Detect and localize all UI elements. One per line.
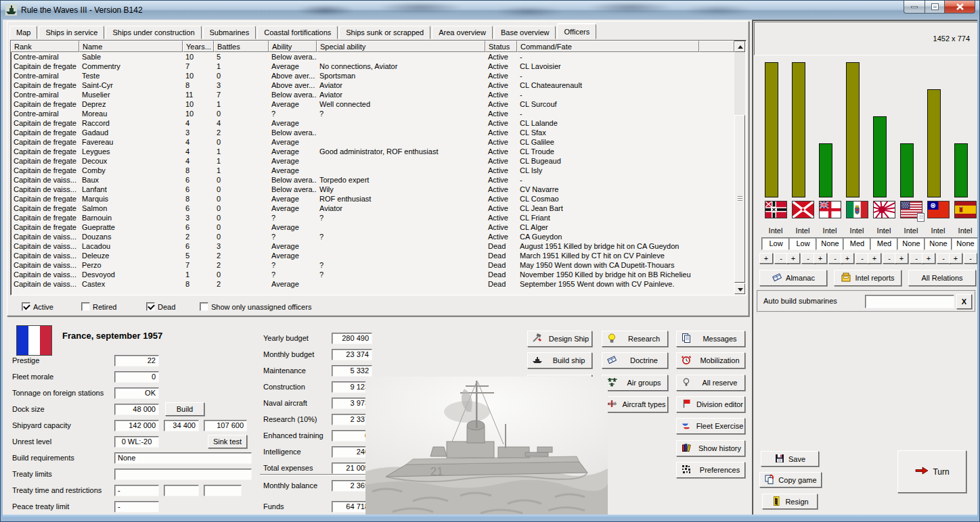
officer-row[interactable]: Contre-amiralSable105Below avera...Activ… xyxy=(11,52,734,62)
button-fleet-exercise[interactable]: Fleet Exercise xyxy=(676,418,745,434)
officer-row[interactable]: Capitain de vaiss...Deleuze52AverageDead… xyxy=(11,251,734,260)
intel-minus-button[interactable]: - xyxy=(828,253,842,264)
usa-flag-icon[interactable] xyxy=(900,201,922,218)
officer-row[interactable]: Capitain de fregateSaint-Cyr83Above aver… xyxy=(11,80,734,90)
intel-plus-button[interactable]: + xyxy=(868,253,881,264)
button-all-relations[interactable]: All Relations xyxy=(908,270,976,286)
officer-row[interactable]: Capitain de fregateLeygues41AverageGood … xyxy=(11,147,734,156)
intel-plus-button[interactable]: + xyxy=(814,253,827,264)
officer-row[interactable]: Capitain de fregateComby81AverageActiveC… xyxy=(11,166,734,175)
button-all-reserve[interactable]: All reserve xyxy=(676,375,745,391)
officer-row[interactable]: Capitain de fregateSalmon60AverageAviato… xyxy=(11,204,734,213)
checkbox-active[interactable] xyxy=(22,302,30,311)
japan-naval-ensign-icon[interactable] xyxy=(873,201,895,218)
turn-button[interactable]: Turn xyxy=(897,450,966,493)
officer-row[interactable]: Capitain de fregateFavereau40AverageActi… xyxy=(11,137,734,147)
button-intel-reports[interactable]: Intel reports xyxy=(834,270,901,286)
button-air-groups[interactable]: Air groups xyxy=(602,375,668,391)
tab-submarines[interactable]: Submarines xyxy=(203,26,257,39)
column-header-status[interactable]: Status xyxy=(485,41,517,52)
checkbox-show-only-unassigned-officers[interactable] xyxy=(200,302,208,311)
intel-plus-button[interactable]: + xyxy=(759,253,773,264)
officer-row[interactable]: Capitain de vaiss...Lanfant60Below avera… xyxy=(11,185,734,194)
officer-row[interactable]: Contre-amiralMoreau100??Active- xyxy=(11,109,734,118)
button-messages[interactable]: Messages xyxy=(676,331,745,347)
officer-row[interactable]: Capitain de fregateMarquis80AverageROF e… xyxy=(11,194,734,204)
intel-minus-button[interactable]: - xyxy=(937,253,950,264)
intel-plus-button[interactable]: + xyxy=(895,253,908,264)
button-preferences[interactable]: Preferences xyxy=(676,462,745,478)
officer-row[interactable]: Capitain de vaiss...Castex82AverageDeadS… xyxy=(11,279,734,289)
column-header-name[interactable]: Name xyxy=(79,41,183,52)
column-header-battles[interactable]: Battles xyxy=(214,41,269,52)
officer-row[interactable]: Capitain de fregateGadaud32Below avera..… xyxy=(11,128,734,137)
button-aircraft-types[interactable]: Aircraft types xyxy=(602,396,668,412)
scrollbar-thumb[interactable] xyxy=(734,115,745,283)
officer-row[interactable]: Capitain de fregateRaccord44AverageActiv… xyxy=(11,118,734,128)
scroll-up-icon[interactable] xyxy=(734,41,745,52)
china-roc-flag-icon[interactable] xyxy=(927,201,950,218)
close-button[interactable] xyxy=(945,1,975,14)
tab-coastal-fortifications[interactable]: Coastal fortifications xyxy=(257,26,338,39)
officer-row[interactable]: Capitain de fregateGuepratte60AverageAct… xyxy=(11,222,734,232)
button-almanac[interactable]: Almanac xyxy=(759,270,827,286)
button-design-ship[interactable]: Design Ship xyxy=(527,331,592,347)
checkbox-retired[interactable] xyxy=(81,302,90,311)
officer-row[interactable]: Capitain de vaiss...Perzo72??DeadMay 195… xyxy=(11,260,734,270)
button-doctrine[interactable]: Doctrine xyxy=(602,352,668,369)
russia-naval-jack-icon[interactable] xyxy=(792,201,814,218)
scroll-down-icon[interactable] xyxy=(734,283,745,294)
column-header-ability[interactable]: Ability xyxy=(269,41,317,52)
officer-row[interactable]: Capitain de vaiss...Baux60Below avera...… xyxy=(11,175,734,185)
tab-map[interactable]: Map xyxy=(9,26,37,39)
button-save[interactable]: Save xyxy=(761,451,819,467)
officer-row[interactable]: Contre-amiralMuselier117Below avera...Av… xyxy=(11,90,734,99)
intel-plus-button[interactable]: + xyxy=(841,253,854,264)
intel-minus-button[interactable]: - xyxy=(855,253,869,264)
intel-plus-button[interactable]: + xyxy=(949,253,962,264)
officer-row[interactable]: Capitain de fregateCommentry71AverageNo … xyxy=(11,62,734,71)
intel-plus-button[interactable]: + xyxy=(922,253,935,264)
spain-flag-icon[interactable] xyxy=(954,201,977,218)
officer-row[interactable]: Capitain de vaiss...Douzans20??ActiveCA … xyxy=(11,232,734,241)
officer-row[interactable]: Capitain de fregateBarnouin30??ActiveCL … xyxy=(11,213,734,222)
officer-row[interactable]: Capitain de fregateDeprez101AverageWell … xyxy=(11,99,734,109)
officer-row[interactable]: Capitain de fregateDecoux41AverageActive… xyxy=(11,156,734,166)
maximize-button[interactable] xyxy=(925,1,945,14)
checkbox-dead[interactable] xyxy=(146,302,155,311)
button-build[interactable]: Build xyxy=(165,402,204,416)
button-sink-test[interactable]: Sink test xyxy=(208,435,247,448)
column-header-years-[interactable]: Years... xyxy=(183,41,214,52)
germany-war-ensign-icon[interactable] xyxy=(765,201,787,218)
button-mobilization[interactable]: Mobilization xyxy=(676,352,745,369)
intel-minus-button[interactable]: - xyxy=(964,253,977,264)
table-scrollbar[interactable] xyxy=(734,41,745,294)
minimize-button[interactable] xyxy=(904,1,925,14)
intel-minus-button[interactable]: - xyxy=(774,253,788,264)
tab-ships-under-construction[interactable]: Ships under construction xyxy=(106,26,201,39)
intel-minus-button[interactable]: - xyxy=(883,253,896,264)
button-copy-game[interactable]: Copy game xyxy=(759,472,822,488)
auto-build-input[interactable] xyxy=(865,295,954,308)
button-research[interactable]: Research xyxy=(602,331,668,347)
officer-row[interactable]: Capitain de vaiss...Lacadou63AverageDead… xyxy=(11,241,734,251)
tab-officers[interactable]: Officers xyxy=(557,24,596,39)
column-header-command-fate[interactable]: Command/Fate xyxy=(517,41,699,52)
button-show-history[interactable]: Show history xyxy=(676,440,745,456)
auto-build-clear-button[interactable]: X xyxy=(956,294,972,309)
column-header-rank[interactable]: Rank xyxy=(11,41,79,52)
tab-area-overview[interactable]: Area overview xyxy=(432,26,493,39)
uk-white-ensign-icon[interactable] xyxy=(819,201,841,218)
italy-flag-icon[interactable] xyxy=(846,201,868,218)
officer-row[interactable]: Capitain de vaiss...Desvoyod10??DeadNove… xyxy=(11,270,734,279)
intel-minus-button[interactable]: - xyxy=(801,253,815,264)
title-bar[interactable]: Rule the Waves III - Version B142 xyxy=(1,1,979,20)
column-header-special-ability[interactable]: Special ability xyxy=(317,41,485,52)
tab-ships-sunk-or-scrapped[interactable]: Ships sunk or scrapped xyxy=(339,26,430,39)
button-resign[interactable]: Resign xyxy=(762,494,818,509)
tab-ships-in-service[interactable]: Ships in service xyxy=(39,26,104,39)
intel-plus-button[interactable]: + xyxy=(786,253,800,264)
tab-base-overview[interactable]: Base overview xyxy=(494,26,556,39)
intel-minus-button[interactable]: - xyxy=(910,253,923,264)
officer-row[interactable]: Contre-amiralTeste100Above aver...Sports… xyxy=(11,71,734,80)
